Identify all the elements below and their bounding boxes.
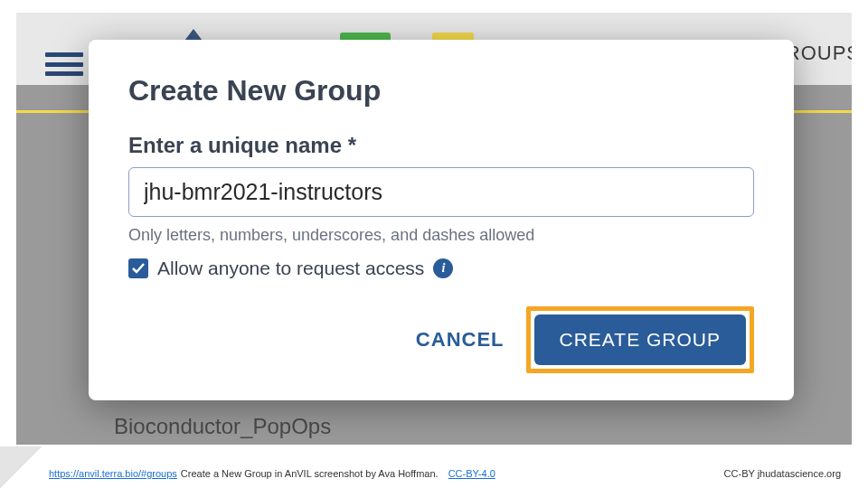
allow-access-label: Allow anyone to request access xyxy=(157,258,424,279)
background-group-row: Bioconductor_PopOps xyxy=(114,414,331,439)
footer-right-label: CC-BY jhudatascience.org xyxy=(724,468,841,479)
footer-attribution: https://anvil.terra.bio/#groups Create a… xyxy=(9,468,495,479)
group-name-input[interactable] xyxy=(128,167,754,217)
checkmark-icon xyxy=(131,261,146,276)
footer-source-link[interactable]: https://anvil.terra.bio/#groups xyxy=(49,468,177,479)
hamburger-menu-icon[interactable] xyxy=(45,52,83,76)
cancel-button[interactable]: CANCEL xyxy=(416,328,505,352)
slide-footer: https://anvil.terra.bio/#groups Create a… xyxy=(0,468,868,479)
modal-button-row: CANCEL CREATE GROUP xyxy=(128,306,754,373)
page-corner-fold-icon xyxy=(0,446,42,488)
group-name-help-text: Only letters, numbers, underscores, and … xyxy=(128,226,754,245)
slide-area: POWERED SEARCH GROUPS Bioconductor_PopOp… xyxy=(16,13,852,445)
create-group-button[interactable]: CREATE GROUP xyxy=(534,314,746,365)
allow-access-checkbox[interactable] xyxy=(128,258,148,278)
tutorial-highlight: CREATE GROUP xyxy=(526,306,754,373)
modal-title: Create New Group xyxy=(128,74,754,108)
group-name-label: Enter a unique name * xyxy=(128,133,754,158)
allow-access-row: Allow anyone to request access i xyxy=(128,258,754,279)
footer-caption: Create a New Group in AnVIL screenshot b… xyxy=(181,468,439,479)
footer-license-link[interactable]: CC-BY-4.0 xyxy=(448,468,495,479)
create-group-modal: Create New Group Enter a unique name * O… xyxy=(89,40,794,400)
info-icon[interactable]: i xyxy=(433,258,453,278)
